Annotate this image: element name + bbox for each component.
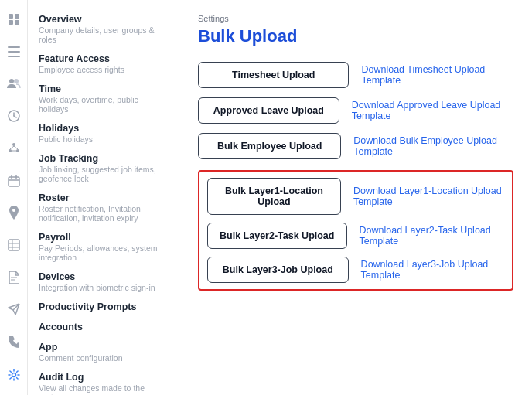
icon-sidebar (0, 0, 28, 395)
gear-icon[interactable] (3, 364, 25, 386)
grid-icon[interactable] (3, 9, 25, 29)
svg-rect-3 (15, 20, 19, 25)
svg-rect-0 (9, 14, 13, 19)
svg-line-16 (14, 146, 18, 149)
layer3-job-upload-button[interactable]: Bulk Layer3-Job Upload (207, 257, 349, 283)
plane-icon[interactable] (3, 300, 25, 320)
upload-row-approved-leave: Approved Leave Upload Download Approved … (198, 97, 513, 124)
svg-rect-5 (8, 51, 20, 53)
upload-row-timesheet: Timesheet Upload Download Timesheet Uplo… (198, 62, 513, 88)
nav-item-time[interactable]: Time Work days, overtime, public holiday… (28, 79, 179, 118)
users-icon[interactable] (3, 73, 25, 94)
svg-rect-23 (9, 240, 19, 250)
nav-item-productivity-prompts[interactable]: Productivity Prompts (28, 297, 179, 317)
nav-item-payroll[interactable]: Payroll Pay Periods, allowances, system … (28, 227, 179, 267)
location-icon[interactable] (3, 203, 25, 223)
nav-item-devices[interactable]: Devices Integration with biometric sign-… (28, 267, 179, 297)
main-content: Settings Bulk Upload Timesheet Upload Do… (179, 0, 532, 395)
svg-point-8 (14, 79, 19, 83)
layer2-task-download-link[interactable]: Download Layer2-Task Upload Template (360, 225, 504, 247)
svg-point-29 (12, 373, 15, 377)
nav-item-app[interactable]: App Comment configuration (28, 337, 179, 367)
layer1-location-download-link[interactable]: Download Layer1-Location Upload Template (353, 186, 504, 207)
svg-point-7 (9, 79, 14, 83)
clock-icon[interactable] (3, 106, 25, 126)
svg-rect-2 (9, 20, 13, 25)
upload-row-layer2-task: Bulk Layer2-Task Upload Download Layer2-… (207, 223, 504, 249)
approved-leave-upload-button[interactable]: Approved Leave Upload (198, 97, 339, 124)
nav-item-feature-access[interactable]: Feature Access Employee access rights (28, 49, 179, 79)
upload-row-layer3-job: Bulk Layer3-Job Upload Download Layer3-J… (207, 257, 504, 283)
nav-item-roster[interactable]: Roster Roster notification, Invitation n… (28, 188, 179, 227)
timesheet-upload-button[interactable]: Timesheet Upload (198, 62, 349, 88)
upload-row-layer1-location: Bulk Layer1-Location Upload Download Lay… (207, 178, 504, 215)
nav-item-job-tracking[interactable]: Job Tracking Job linking, suggested job … (28, 148, 179, 188)
timesheet-download-link[interactable]: Download Timesheet Upload Template (361, 64, 513, 86)
bulk-employee-upload-button[interactable]: Bulk Employee Upload (198, 133, 341, 159)
svg-rect-18 (9, 177, 19, 186)
approved-leave-download-link[interactable]: Download Approved Leave Upload Template (352, 100, 513, 121)
table-icon[interactable] (3, 235, 25, 255)
nav-item-audit-log[interactable]: Audit Log View all changes made to the s… (28, 367, 179, 395)
nodes-icon[interactable] (3, 138, 25, 158)
bulk-employee-download-link[interactable]: Download Bulk Employee Upload Template (353, 135, 513, 157)
highlighted-upload-section: Bulk Layer1-Location Upload Download Lay… (198, 170, 513, 291)
menu-icon[interactable] (3, 42, 25, 62)
svg-line-15 (10, 146, 14, 149)
svg-rect-4 (8, 46, 20, 48)
svg-point-12 (12, 143, 15, 146)
nav-sidebar: Overview Company details, user groups & … (28, 0, 179, 395)
breadcrumb: Settings (198, 14, 513, 23)
calendar-icon[interactable] (3, 171, 25, 191)
svg-line-11 (14, 116, 16, 117)
layer1-location-upload-button[interactable]: Bulk Layer1-Location Upload (207, 178, 341, 215)
svg-rect-6 (8, 56, 20, 57)
nav-item-accounts[interactable]: Accounts (28, 317, 179, 337)
svg-rect-1 (15, 14, 19, 19)
nav-item-overview[interactable]: Overview Company details, user groups & … (28, 9, 179, 49)
page-title: Bulk Upload (198, 26, 513, 46)
phone-icon[interactable] (3, 332, 25, 352)
nav-item-holidays[interactable]: Holidays Public holidays (28, 118, 179, 148)
upload-row-bulk-employee: Bulk Employee Upload Download Bulk Emplo… (198, 133, 513, 159)
bottom-icon-area (3, 364, 25, 395)
layer3-job-download-link[interactable]: Download Layer3-Job Upload Template (361, 259, 504, 281)
document-icon[interactable] (3, 267, 25, 288)
svg-point-22 (12, 209, 15, 212)
layer2-task-upload-button[interactable]: Bulk Layer2-Task Upload (207, 223, 347, 249)
